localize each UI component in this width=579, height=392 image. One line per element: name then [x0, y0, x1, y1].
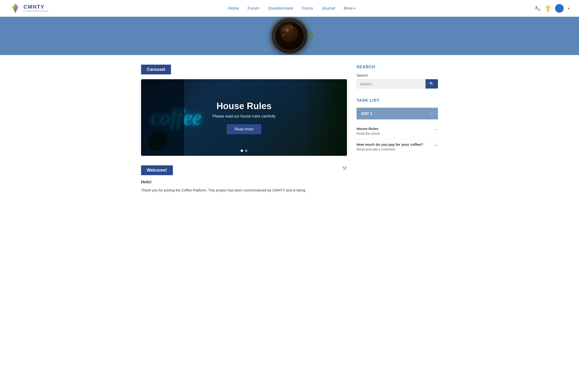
logo-icon	[9, 3, 21, 14]
search-input[interactable]	[357, 79, 426, 89]
task-arrow-icon-2: →	[434, 143, 438, 148]
carousel-content: House Rules Please read our house rules …	[213, 101, 276, 134]
user-chevron-icon[interactable]: ▾	[568, 7, 570, 10]
day-arrow-icon: →	[429, 111, 433, 116]
carousel-slide-title: House Rules	[213, 101, 276, 111]
carousel-label: Carousel	[141, 65, 171, 74]
nav-links: Home Forum Questionnaire Focus Journal M…	[228, 6, 355, 11]
task-info: House Rules Read the article	[357, 127, 430, 135]
task-list-section: TASK LIST DAY 1 → House Rules Read the a…	[357, 98, 438, 155]
brand-name: CMNTY	[23, 4, 49, 10]
main-container: Carousel coffee	[132, 65, 447, 193]
task-list-title: TASK LIST	[357, 98, 438, 103]
chevron-down-icon: ▾	[354, 7, 355, 10]
welcome-body: Thank you for joining the Coffee Platfor…	[141, 187, 347, 193]
search-icon: 🔍	[429, 82, 434, 86]
search-title: SEARCH	[357, 65, 438, 69]
nav-more[interactable]: More ▾	[344, 6, 355, 11]
task-title-2: How much do you pay for your coffee?	[357, 142, 430, 146]
carousel-dot-2[interactable]	[245, 150, 247, 152]
carousel-section: Carousel coffee	[141, 65, 347, 156]
translate-icon[interactable]: A文	[535, 5, 540, 11]
wrench-icon[interactable]: ⚒	[342, 165, 347, 172]
task-item-coffee-payment[interactable]: How much do you pay for your coffee? Rea…	[357, 139, 438, 155]
task-desc-2: Read and add a comment	[357, 147, 430, 151]
search-section: SEARCH Search 🔍	[357, 65, 438, 89]
nav-home[interactable]: Home	[228, 6, 239, 11]
task-desc: Read the article	[357, 132, 430, 135]
welcome-label: Welcome!	[141, 165, 173, 175]
hero-banner	[0, 17, 579, 55]
nav-journal[interactable]: Journal	[322, 6, 335, 11]
nav-questionnaire[interactable]: Questionnaire	[268, 6, 293, 11]
navbar: CMNTY by MarketResponse Home Forum Quest…	[0, 0, 579, 17]
avatar-icon: 👤	[556, 5, 562, 11]
day-header[interactable]: DAY 1 →	[357, 108, 438, 120]
carousel-dots	[241, 150, 247, 152]
carousel-dot-1[interactable]	[241, 150, 243, 152]
task-item-house-rules[interactable]: House Rules Read the article →	[357, 123, 438, 139]
logo[interactable]: CMNTY by MarketResponse	[9, 3, 49, 14]
task-info-2: How much do you pay for your coffee? Rea…	[357, 142, 430, 151]
content-area: Carousel coffee	[141, 65, 347, 193]
welcome-section: Welcome! ⚒ Hello! Thank you for joining …	[141, 165, 347, 193]
task-title: House Rules	[357, 127, 430, 131]
day-label: DAY 1	[361, 112, 372, 116]
nav-forum[interactable]: Forum	[248, 6, 259, 11]
task-arrow-icon: →	[434, 127, 438, 132]
avatar[interactable]: 👤	[555, 4, 564, 13]
carousel-overlay	[141, 79, 184, 156]
hero-coffee-image	[270, 17, 309, 55]
search-row: 🔍	[357, 79, 438, 89]
svg-marker-2	[15, 3, 18, 7]
welcome-hello: Hello!	[141, 180, 347, 184]
search-button[interactable]: 🔍	[426, 79, 438, 89]
carousel-read-more-button[interactable]: Read more	[227, 124, 261, 134]
sidebar: SEARCH Search 🔍 TASK LIST DAY 1 → House …	[357, 65, 438, 193]
brand-sub: by MarketResponse	[23, 10, 49, 12]
carousel-slide-subtitle: Please read our house rules carefully	[213, 114, 276, 119]
search-label: Search	[357, 73, 438, 77]
nav-focus[interactable]: Focus	[302, 6, 313, 11]
svg-marker-3	[12, 3, 15, 7]
navbar-icons: A文 🔑 👤 ▾	[535, 4, 570, 13]
key-icon[interactable]: 🔑	[544, 4, 552, 12]
carousel: coffee House Rules Please read our house…	[141, 79, 347, 156]
